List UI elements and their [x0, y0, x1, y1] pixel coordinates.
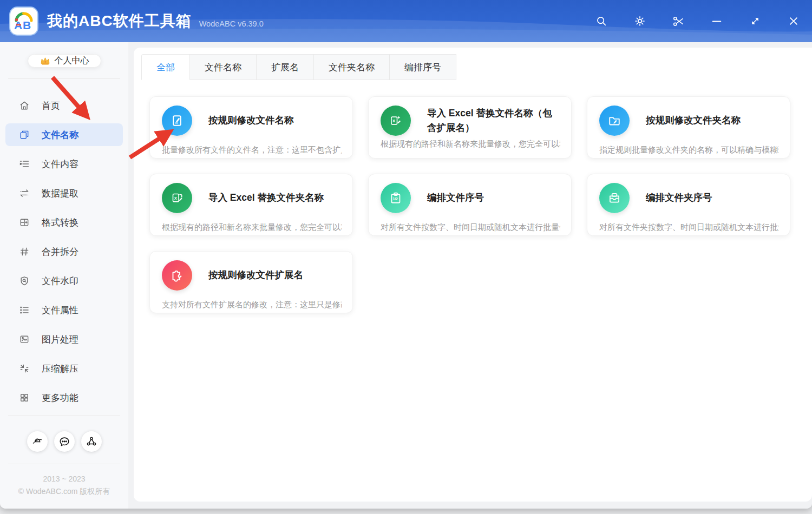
chat-icon[interactable]	[54, 431, 75, 452]
sidebar-item-watermark[interactable]: 文件水印	[5, 269, 123, 292]
compress-icon	[18, 363, 30, 374]
card-rename-folders[interactable]: 按规则修改文件夹名称 指定规则批量修改文件夹的名称，可以精确与模糊查	[587, 96, 790, 159]
copyright-owner: © WodeABC.com 版权所有	[0, 485, 128, 498]
minimize-icon[interactable]	[710, 15, 723, 28]
copyright: 2013 ~ 2023 © WodeABC.com 版权所有	[0, 464, 128, 509]
titlebar: A B 我的ABC软件工具箱 WodeABC v6.39.0	[0, 0, 812, 42]
share-icon[interactable]	[81, 431, 102, 452]
app-version: WodeABC v6.39.0	[199, 19, 264, 28]
sidebar-item-data-extract[interactable]: 数据提取	[5, 182, 123, 205]
app-title: 我的ABC软件工具箱	[47, 11, 192, 31]
sidebar-item-label: 文件名称	[42, 129, 78, 141]
image-process-icon	[18, 333, 30, 345]
tab-file-name[interactable]: 文件名称	[190, 54, 257, 80]
sidebar-item-more-features[interactable]: 更多功能	[5, 386, 123, 409]
app-window: A B 我的ABC软件工具箱 WodeABC v6.39.0	[0, 0, 812, 509]
settings-gear-icon[interactable]	[633, 15, 646, 28]
excel-replace-file-icon: X	[381, 106, 411, 136]
tabbar: 全部 文件名称 扩展名 文件夹名称 编排序号	[141, 54, 812, 80]
watermark-icon	[18, 275, 30, 287]
sidebar: 个人中心 首页 文件名称	[0, 42, 128, 509]
tab-all[interactable]: 全部	[141, 54, 190, 80]
maximize-icon[interactable]	[749, 15, 762, 28]
app-logo: A B	[9, 6, 38, 36]
format-convert-icon	[18, 216, 30, 228]
sidebar-item-image-process[interactable]: 图片处理	[5, 328, 123, 351]
sidebar-item-label: 数据提取	[42, 187, 78, 200]
sidebar-item-label: 首页	[42, 100, 60, 112]
number-folders-icon	[599, 183, 630, 213]
card-description: 对所有文件按数字、时间日期或随机文本进行批量修	[381, 222, 560, 233]
card-description: 对所有文件夹按数字、时间日期或随机文本进行批量	[599, 222, 779, 233]
number-files-icon: 1/2	[381, 183, 411, 213]
tab-folder-name[interactable]: 文件夹名称	[314, 54, 390, 80]
card-title: 导入 Excel 替换文件夹名称	[208, 190, 324, 205]
card-number-files[interactable]: 1/2 编排文件序号 对所有文件按数字、时间日期或随机文本进行批量修	[368, 174, 572, 236]
card-title: 按规则修改文件夹名称	[646, 113, 741, 128]
crown-icon	[40, 55, 51, 67]
main-area: 全部 文件名称 扩展名 文件夹名称 编排序号	[128, 42, 812, 509]
abc-logo-icon: A B	[12, 10, 35, 32]
card-title: 导入 Excel 替换文件名称（包含扩展名）	[427, 106, 560, 135]
sidebar-item-label: 文件内容	[42, 158, 78, 170]
svg-text:X: X	[392, 118, 395, 123]
svg-text:B: B	[23, 19, 31, 31]
sidebar-item-home[interactable]: 首页	[5, 94, 123, 117]
ie-browser-icon[interactable]	[27, 431, 48, 452]
sidebar-divider-top	[8, 78, 120, 79]
card-description: 批量修改所有文件的文件名，注意：这里不包含扩展	[162, 145, 342, 155]
content-panel: 全部 文件名称 扩展名 文件夹名称 编排序号	[134, 48, 812, 502]
feature-cards-grid: 按规则修改文件名称 批量修改所有文件的文件名，注意：这里不包含扩展 X	[141, 80, 812, 313]
card-title: 按规则修改文件名称	[208, 113, 294, 128]
svg-text:X: X	[174, 196, 177, 201]
sidebar-item-file-name[interactable]: 文件名称	[5, 123, 123, 146]
data-extract-icon	[18, 187, 30, 199]
card-title: 编排文件夹序号	[646, 190, 712, 205]
tab-sequence[interactable]: 编排序号	[390, 54, 456, 80]
sidebar-nav: 首页 文件名称 文件内容	[0, 88, 128, 416]
excel-replace-folder-icon: X	[162, 183, 192, 213]
sidebar-item-file-content[interactable]: 文件内容	[5, 153, 123, 175]
sidebar-footer: 2013 ~ 2023 © WodeABC.com 版权所有	[0, 416, 128, 509]
sidebar-item-label: 图片处理	[42, 333, 78, 346]
file-content-icon	[18, 158, 30, 170]
sidebar-item-format-convert[interactable]: 格式转换	[5, 211, 123, 234]
merge-split-icon	[18, 246, 30, 258]
sidebar-item-label: 压缩解压	[42, 363, 78, 375]
personal-center-label: 个人中心	[55, 55, 89, 67]
sidebar-item-label: 文件属性	[42, 304, 78, 317]
svg-text:1/2: 1/2	[392, 197, 398, 201]
tab-extension[interactable]: 扩展名	[257, 54, 314, 80]
edit-folder-icon	[599, 106, 630, 136]
search-icon[interactable]	[595, 15, 608, 28]
sidebar-divider-footer-top	[8, 416, 120, 416]
close-icon[interactable]	[787, 15, 800, 28]
sidebar-item-merge-split[interactable]: 合并拆分	[5, 240, 123, 263]
card-description: 根据现有的路径和新名称来批量修改，您完全可以利	[162, 222, 342, 233]
copyright-years: 2013 ~ 2023	[0, 473, 128, 485]
scissors-icon[interactable]	[672, 15, 685, 28]
sidebar-item-label: 更多功能	[42, 392, 78, 404]
home-icon	[18, 100, 30, 111]
edit-extension-icon	[162, 260, 192, 291]
card-title: 编排文件序号	[427, 190, 484, 205]
card-number-folders[interactable]: 编排文件夹序号 对所有文件夹按数字、时间日期或随机文本进行批量	[587, 174, 790, 236]
personal-center-button[interactable]: 个人中心	[28, 54, 101, 68]
sidebar-item-label: 格式转换	[42, 216, 78, 229]
card-description: 支持对所有文件扩展名的修改，注意：这里只是修改	[162, 300, 342, 310]
sidebar-item-file-attributes[interactable]: 文件属性	[5, 299, 123, 321]
card-rename-files[interactable]: 按规则修改文件名称 批量修改所有文件的文件名，注意：这里不包含扩展	[149, 96, 353, 159]
card-description: 指定规则批量修改文件夹的名称，可以精确与模糊查	[599, 145, 779, 155]
file-attributes-icon	[18, 304, 30, 316]
file-name-icon	[18, 129, 30, 141]
sidebar-item-label: 文件水印	[42, 275, 78, 287]
window-controls	[595, 15, 800, 28]
card-change-extensions[interactable]: 按规则修改文件扩展名 支持对所有文件扩展名的修改，注意：这里只是修改	[149, 251, 353, 313]
sidebar-item-compress[interactable]: 压缩解压	[5, 357, 123, 380]
more-features-icon	[18, 392, 30, 404]
card-description: 根据现有的路径和新名称来批量修改，您完全可以利	[381, 139, 560, 149]
sidebar-item-label: 合并拆分	[42, 246, 78, 258]
card-title: 按规则修改文件扩展名	[208, 268, 303, 282]
card-excel-replace-file-names[interactable]: X 导入 Excel 替换文件名称（包含扩展名） 根据现有的路径和新名称来批量修…	[368, 96, 572, 159]
card-excel-replace-folder-names[interactable]: X 导入 Excel 替换文件夹名称 根据现有的路径和新名称来批量修改，您完全可…	[149, 174, 353, 236]
